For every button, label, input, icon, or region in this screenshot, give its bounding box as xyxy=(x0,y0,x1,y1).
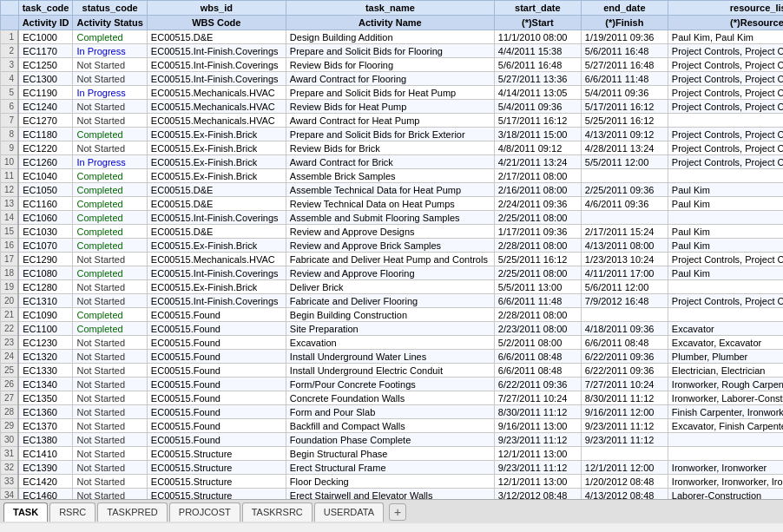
col-subheader-resources[interactable]: (*)Resources xyxy=(668,16,783,30)
cell-wbs[interactable]: EC00515.Int-Finish.Coverings xyxy=(147,266,286,280)
cell-end[interactable]: 7/27/2011 10:24 xyxy=(581,378,668,391)
cell-end[interactable]: 4/13/2012 08:48 xyxy=(581,489,668,500)
cell-wbs[interactable]: EC00515.Found xyxy=(147,405,286,419)
cell-task-id[interactable]: EC1180 xyxy=(18,128,73,141)
cell-status[interactable]: Not Started xyxy=(73,489,147,500)
cell-wbs[interactable]: EC00515.Structure xyxy=(147,489,286,500)
cell-wbs[interactable]: EC00515.Found xyxy=(147,322,286,336)
cell-end[interactable]: 1/19/2011 09:36 xyxy=(581,30,668,44)
table-row[interactable]: 28 EC1360 Not Started EC00515.Found Form… xyxy=(1,405,784,419)
cell-resources[interactable]: Finish Carpenter, Ironworker, Rough Car xyxy=(668,405,783,419)
cell-resources[interactable]: Project Controls, Project Controls xyxy=(668,100,783,114)
cell-resources[interactable]: Paul Kim xyxy=(668,197,783,211)
cell-task-id[interactable]: EC1030 xyxy=(18,225,73,239)
cell-end[interactable]: 5/5/2011 12:00 xyxy=(581,155,668,169)
cell-end[interactable]: 4/13/2011 09:12 xyxy=(581,128,668,141)
cell-resources[interactable] xyxy=(668,169,783,183)
cell-task-name[interactable]: Award Contract for Brick xyxy=(286,155,494,169)
cell-task-id[interactable]: EC1270 xyxy=(18,114,73,128)
cell-task-id[interactable]: EC1050 xyxy=(18,183,73,197)
cell-task-id[interactable]: EC1090 xyxy=(18,308,73,322)
cell-resources[interactable]: Excavator xyxy=(668,322,783,336)
col-header-task-code[interactable]: task_code xyxy=(18,1,73,16)
col-subheader-task-code[interactable]: Activity ID xyxy=(18,16,73,30)
table-row[interactable]: 17 EC1290 Not Started EC00515.Mechanical… xyxy=(1,253,784,266)
cell-wbs[interactable]: EC00515.Ex-Finish.Brick xyxy=(147,141,286,155)
cell-start[interactable]: 12/1/2011 13:00 xyxy=(494,475,581,489)
cell-task-name[interactable]: Concrete Foundation Walls xyxy=(286,391,494,405)
table-row[interactable]: 6 EC1240 Not Started EC00515.Mechanicals… xyxy=(1,100,784,114)
cell-end[interactable]: 6/6/2011 11:48 xyxy=(581,72,668,86)
cell-resources[interactable]: Project Controls, Project Controls xyxy=(668,58,783,72)
table-row[interactable]: 16 EC1070 Completed EC00515.Ex-Finish.Br… xyxy=(1,239,784,253)
cell-start[interactable]: 2/25/2011 08:00 xyxy=(494,211,581,225)
cell-start[interactable]: 11/1/2010 08:00 xyxy=(494,30,581,44)
cell-status[interactable]: Not Started xyxy=(73,114,147,128)
cell-wbs[interactable]: EC00515.Found xyxy=(147,419,286,433)
cell-resources[interactable] xyxy=(668,114,783,128)
table-wrapper[interactable]: task_code status_code wbs_id task_name s… xyxy=(0,0,783,499)
add-tab-button[interactable]: + xyxy=(389,503,406,521)
cell-start[interactable]: 4/4/2011 15:38 xyxy=(494,44,581,58)
cell-wbs[interactable]: EC00515.D&E xyxy=(147,183,286,197)
cell-status[interactable]: Not Started xyxy=(73,72,147,86)
cell-status[interactable]: Completed xyxy=(73,225,147,239)
cell-task-name[interactable]: Begin Building Construction xyxy=(286,308,494,322)
cell-start[interactable]: 9/23/2011 11:12 xyxy=(494,461,581,475)
cell-task-id[interactable]: EC1310 xyxy=(18,294,73,308)
cell-task-name[interactable]: Form and Pour Slab xyxy=(286,405,494,419)
cell-task-name[interactable]: Erect Structural Frame xyxy=(286,461,494,475)
cell-end[interactable]: 1/23/2013 10:24 xyxy=(581,253,668,266)
cell-start[interactable]: 5/17/2011 16:12 xyxy=(494,114,581,128)
cell-wbs[interactable]: EC00515.Structure xyxy=(147,461,286,475)
table-row[interactable]: 7 EC1270 Not Started EC00515.Mechanicals… xyxy=(1,114,784,128)
cell-start[interactable]: 2/25/2011 08:00 xyxy=(494,266,581,280)
cell-status[interactable]: Not Started xyxy=(73,100,147,114)
cell-wbs[interactable]: EC00515.Ex-Finish.Brick xyxy=(147,128,286,141)
cell-end[interactable]: 9/16/2011 12:00 xyxy=(581,405,668,419)
cell-status[interactable]: Not Started xyxy=(73,475,147,489)
table-row[interactable]: 29 EC1370 Not Started EC00515.Found Back… xyxy=(1,419,784,433)
cell-wbs[interactable]: EC00515.Ex-Finish.Brick xyxy=(147,280,286,294)
cell-status[interactable]: In Progress xyxy=(73,44,147,58)
table-row[interactable]: 23 EC1230 Not Started EC00515.Found Exca… xyxy=(1,336,784,350)
cell-task-name[interactable]: Floor Decking xyxy=(286,475,494,489)
cell-task-id[interactable]: EC1060 xyxy=(18,211,73,225)
table-row[interactable]: 8 EC1180 Completed EC00515.Ex-Finish.Bri… xyxy=(1,128,784,141)
cell-wbs[interactable]: EC00515.Mechanicals.HVAC xyxy=(147,100,286,114)
cell-end[interactable]: 4/18/2011 09:36 xyxy=(581,322,668,336)
cell-end[interactable] xyxy=(581,447,668,461)
cell-start[interactable]: 5/2/2011 08:00 xyxy=(494,336,581,350)
cell-resources[interactable]: Laborer-Construction xyxy=(668,489,783,500)
cell-wbs[interactable]: EC00515.D&E xyxy=(147,225,286,239)
cell-wbs[interactable]: EC00515.Found xyxy=(147,378,286,391)
cell-task-id[interactable]: EC1220 xyxy=(18,141,73,155)
col-header-wbs-id[interactable]: wbs_id xyxy=(147,1,286,16)
cell-start[interactable]: 4/8/2011 09:12 xyxy=(494,141,581,155)
cell-start[interactable]: 2/16/2011 08:00 xyxy=(494,183,581,197)
cell-task-name[interactable]: Assemble Technical Data for Heat Pump xyxy=(286,183,494,197)
cell-start[interactable]: 5/27/2011 13:36 xyxy=(494,72,581,86)
table-row[interactable]: 34 EC1460 Not Started EC00515.Structure … xyxy=(1,489,784,500)
cell-wbs[interactable]: EC00515.Found xyxy=(147,308,286,322)
table-row[interactable]: 33 EC1420 Not Started EC00515.Structure … xyxy=(1,475,784,489)
cell-end[interactable] xyxy=(581,308,668,322)
cell-end[interactable]: 4/11/2011 17:00 xyxy=(581,266,668,280)
cell-start[interactable]: 4/21/2011 13:24 xyxy=(494,155,581,169)
cell-end[interactable]: 6/6/2011 08:48 xyxy=(581,336,668,350)
cell-start[interactable]: 7/27/2011 10:24 xyxy=(494,391,581,405)
col-subheader-status-code[interactable]: Activity Status xyxy=(73,16,147,30)
table-row[interactable]: 18 EC1080 Completed EC00515.Int-Finish.C… xyxy=(1,266,784,280)
table-row[interactable]: 4 EC1300 Not Started EC00515.Int-Finish.… xyxy=(1,72,784,86)
cell-task-id[interactable]: EC1040 xyxy=(18,169,73,183)
cell-end[interactable]: 4/6/2011 09:36 xyxy=(581,197,668,211)
cell-task-name[interactable]: Review Bids for Flooring xyxy=(286,58,494,72)
table-row[interactable]: 1 EC1000 Completed EC00515.D&E Design Bu… xyxy=(1,30,784,44)
cell-task-id[interactable]: EC1320 xyxy=(18,350,73,364)
cell-wbs[interactable]: EC00515.Int-Finish.Coverings xyxy=(147,58,286,72)
tab-task[interactable]: TASK xyxy=(3,502,48,522)
cell-status[interactable]: Not Started xyxy=(73,447,147,461)
cell-wbs[interactable]: EC00515.Found xyxy=(147,433,286,447)
cell-resources[interactable]: Paul Kim xyxy=(668,266,783,280)
table-row[interactable]: 14 EC1060 Completed EC00515.Int-Finish.C… xyxy=(1,211,784,225)
